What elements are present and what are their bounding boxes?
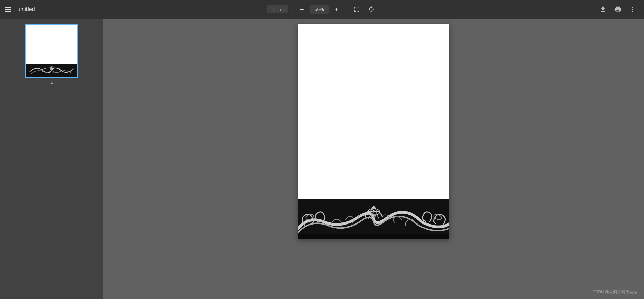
document-title: untitled xyxy=(17,6,35,12)
svg-point-11 xyxy=(373,206,375,208)
page-decorative-footer xyxy=(298,199,449,239)
download-button[interactable] xyxy=(597,3,609,15)
divider-2 xyxy=(346,5,346,13)
zoom-input[interactable] xyxy=(313,7,326,12)
download-icon xyxy=(599,6,607,13)
thumbnail-content xyxy=(26,25,77,77)
page-input-group: / 1 xyxy=(267,5,288,13)
toolbar-center: / 1 − + xyxy=(267,3,377,15)
fit-page-button[interactable] xyxy=(351,3,363,15)
svg-rect-14 xyxy=(298,234,449,239)
svg-point-4 xyxy=(51,67,53,71)
page-separator: / xyxy=(280,7,281,12)
document-page xyxy=(298,24,449,239)
sidebar: 1 xyxy=(0,19,103,299)
zoom-input-group xyxy=(310,5,329,14)
toolbar: untitled / 1 − + xyxy=(0,0,644,19)
more-options-icon xyxy=(629,6,636,13)
main-area: 1 xyxy=(0,19,644,299)
page-thumbnail[interactable] xyxy=(25,24,78,78)
thumbnail-decorative xyxy=(26,64,77,77)
rotate-button[interactable] xyxy=(365,3,377,15)
thumbnail-container: 1 xyxy=(25,24,78,85)
page-white-area xyxy=(298,24,449,199)
current-page-input[interactable] xyxy=(269,7,279,12)
zoom-in-button[interactable]: + xyxy=(331,4,342,15)
zoom-out-icon: − xyxy=(300,6,304,13)
divider-1 xyxy=(292,5,292,13)
fit-page-icon xyxy=(353,6,360,13)
zoom-in-icon: + xyxy=(335,6,339,13)
print-icon xyxy=(614,6,622,13)
menu-icon[interactable] xyxy=(4,5,12,13)
thumbnail-page-white xyxy=(26,25,77,64)
document-viewer[interactable] xyxy=(103,19,644,299)
zoom-out-button[interactable]: − xyxy=(297,4,307,15)
more-options-button[interactable] xyxy=(627,3,639,15)
rotate-icon xyxy=(368,6,375,13)
toolbar-left: untitled xyxy=(0,5,67,13)
attribution: CSDN @呆萌的晴天娃娃 xyxy=(592,289,637,295)
total-pages: 1 xyxy=(283,7,285,12)
decorative-swirl-svg xyxy=(298,199,449,239)
toolbar-right xyxy=(597,3,644,15)
print-button[interactable] xyxy=(612,3,624,15)
thumbnail-page-label: 1 xyxy=(51,80,53,85)
thumbnail-swirl-svg xyxy=(26,64,77,77)
